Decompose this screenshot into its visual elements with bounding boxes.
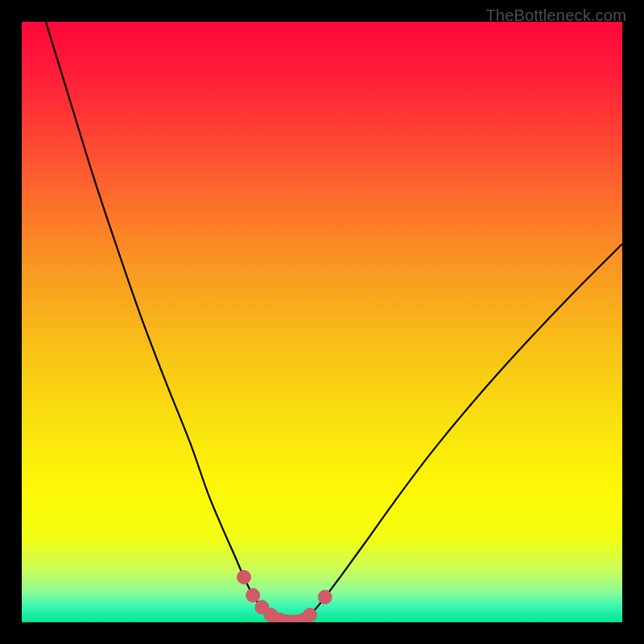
outer-frame: TheBottleneck.com <box>0 0 644 644</box>
chart-canvas <box>22 22 622 622</box>
marker-point <box>246 588 260 602</box>
marker-point <box>303 609 317 622</box>
marker-point <box>237 571 251 584</box>
marker-point <box>318 590 332 604</box>
gradient-background <box>22 22 622 622</box>
